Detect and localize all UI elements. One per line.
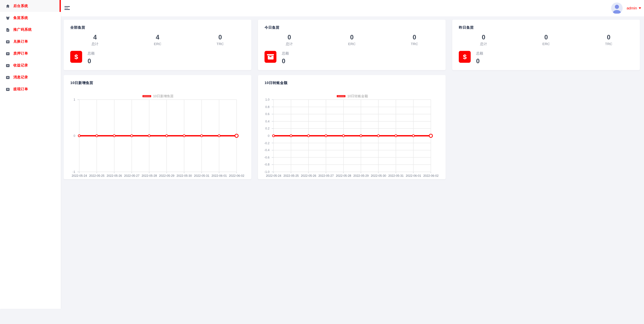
amount-label: 总额 (282, 51, 289, 56)
sidebar-item-label: 消息记录 (13, 75, 28, 80)
stat-value: 0 (258, 34, 320, 40)
document-icon (6, 28, 10, 32)
stat-label: 总计 (64, 42, 126, 47)
person-avatar-icon (611, 2, 622, 14)
card-icon (6, 75, 10, 79)
amount-value: 0 (88, 57, 94, 65)
stat-card-yesterday-fry: 昨日鱼苗 0总计 0ERC 0TRC $ 总额 0 (452, 20, 640, 70)
amount-value: 0 (476, 57, 483, 65)
sidebar-item-message-records[interactable]: 消息记录 (0, 71, 60, 83)
card-icon (6, 51, 10, 55)
chart-title: 10日新增鱼苗 (70, 81, 93, 86)
stat-label: TRC (189, 42, 252, 46)
sidebar-item-promo-code-system[interactable]: 推广码系统 (0, 24, 60, 36)
amount-row: $ 总额 0 (459, 51, 483, 65)
legend-label: 10日新增鱼苗 (153, 94, 174, 98)
sidebar-item-label: 推广码系统 (13, 27, 32, 32)
sidebar-item-backend-system[interactable]: 后台系统 (0, 0, 60, 12)
stat-value: 0 (577, 34, 640, 40)
home-icon (6, 4, 10, 8)
stat-card-all-fry: 全部鱼苗 4总计 4ERC 0TRC $ 总额 0 (64, 20, 252, 70)
line-plot (274, 100, 431, 172)
stat-label: ERC (320, 42, 383, 46)
stat-cards-row: 全部鱼苗 4总计 4ERC 0TRC $ 总额 0 今日鱼苗 (64, 20, 644, 70)
card-icon (6, 40, 10, 44)
y-axis-labels: 10-1 (64, 100, 76, 172)
line-plot (79, 100, 236, 172)
sidebar-item-label: 兑换订单 (13, 39, 28, 44)
stat-value: 0 (189, 34, 252, 40)
sidebar-item-fry-system[interactable]: 鱼苗系统 (0, 12, 60, 24)
stat-columns: 0总计 0ERC 0TRC (452, 34, 640, 47)
sidebar-item-earning-records[interactable]: 收益记录 (0, 60, 60, 71)
legend-swatch-icon (142, 95, 151, 97)
username: admin (626, 6, 637, 10)
card-icon (6, 63, 10, 67)
stat-label: 总计 (258, 42, 320, 47)
sidebar-item-exchange-orders[interactable]: 兑换订单 (0, 36, 60, 48)
stat-value: 0 (515, 34, 578, 40)
x-axis-labels: 2022-05-242022-05-252022-05-262022-05-27… (274, 174, 431, 178)
sidebar: 后台系统 鱼苗系统 (0, 0, 60, 309)
amount-row: 总额 0 (265, 51, 289, 65)
stat-columns: 4总计 4ERC 0TRC (64, 34, 252, 47)
chart-card-transfer-amount-10d: 10日转账金额 10日转账金额 1.00.80.60.40.20-0.2-0.4… (258, 75, 446, 179)
stat-value: 0 (383, 34, 446, 40)
chart-card-new-fry-10d: 10日新增鱼苗 10日新增鱼苗 10-1 2022-05-242022-05-2… (64, 75, 252, 179)
card-icon (6, 87, 10, 91)
sidebar-item-label: 鱼苗系统 (13, 15, 28, 20)
archive-box-icon (265, 51, 276, 63)
chart-title: 10日转账金额 (265, 81, 288, 86)
legend-label: 10日转账金额 (347, 94, 368, 98)
amount-label: 总额 (88, 51, 94, 56)
avatar (611, 2, 622, 14)
hamburger-menu-icon[interactable] (64, 6, 70, 10)
topbar: admin (60, 0, 644, 16)
card-title: 全部鱼苗 (70, 25, 85, 30)
sidebar-item-label: 后台系统 (13, 3, 28, 8)
amount-value: 0 (282, 57, 289, 65)
card-title: 今日鱼苗 (265, 25, 280, 30)
sidebar-item-label: 提现订单 (13, 87, 28, 92)
stat-card-today-fry: 今日鱼苗 0总计 0ERC 0TRC 总额 0 (258, 20, 446, 70)
cow-icon (6, 16, 10, 20)
stat-label: TRC (383, 42, 446, 46)
stat-value: 4 (64, 34, 126, 40)
stat-value: 4 (126, 34, 189, 40)
chart-legend[interactable]: 10日转账金额 (274, 94, 431, 98)
stat-label: ERC (515, 42, 578, 46)
stat-columns: 0总计 0ERC 0TRC (258, 34, 446, 47)
stat-value: 0 (320, 34, 383, 40)
y-axis-labels: 1.00.80.60.40.20-0.2-0.4-0.6-0.8-1.0 (258, 100, 271, 172)
main-content: 全部鱼苗 4总计 4ERC 0TRC $ 总额 0 今日鱼苗 (60, 16, 644, 324)
sidebar-item-label: 质押订单 (13, 51, 28, 56)
sidebar-item-pledge-orders[interactable]: 质押订单 (0, 48, 60, 60)
amount-label: 总额 (476, 51, 483, 56)
card-title: 昨日鱼苗 (459, 25, 474, 30)
sidebar-item-label: 收益记录 (13, 63, 28, 68)
stat-label: TRC (577, 42, 640, 46)
dollar-icon: $ (459, 51, 471, 63)
x-axis-labels: 2022-05-242022-05-252022-05-262022-05-27… (79, 174, 236, 178)
caret-down-icon (639, 7, 641, 9)
chart-legend[interactable]: 10日新增鱼苗 (79, 94, 236, 98)
dollar-icon: $ (70, 51, 82, 63)
admin-dashboard: 后台系统 鱼苗系统 (0, 0, 644, 324)
stat-label: ERC (126, 42, 189, 46)
amount-row: $ 总额 0 (70, 51, 95, 65)
stat-value: 0 (452, 34, 515, 40)
user-menu[interactable]: admin (611, 0, 641, 16)
stat-label: 总计 (452, 42, 515, 47)
legend-swatch-icon (337, 95, 345, 97)
sidebar-item-withdraw-orders[interactable]: 提现订单 (0, 83, 60, 95)
charts-row: 10日新增鱼苗 10日新增鱼苗 10-1 2022-05-242022-05-2… (64, 75, 644, 179)
